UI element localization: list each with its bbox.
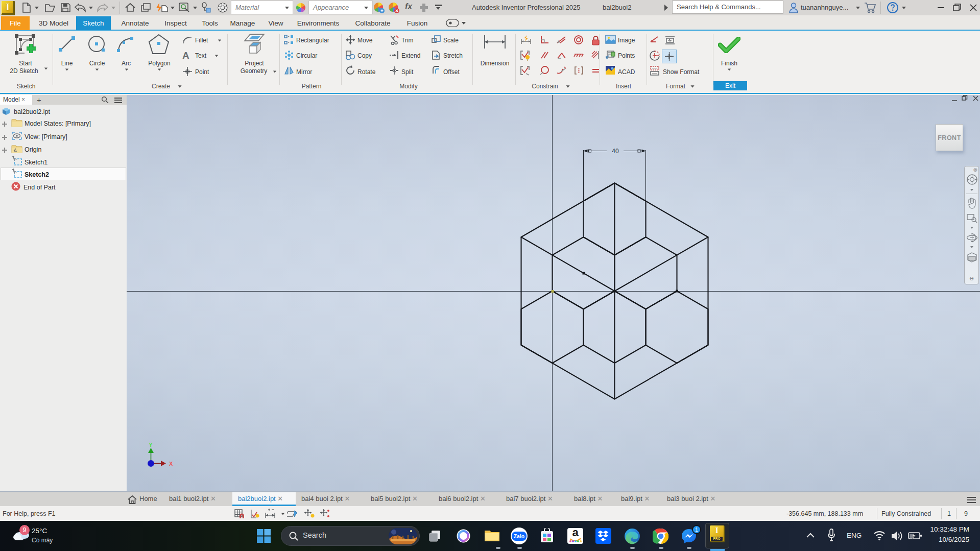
svg-text:X: X	[169, 461, 173, 467]
svg-text:40: 40	[612, 148, 619, 155]
svg-text:Y: Y	[149, 442, 153, 448]
